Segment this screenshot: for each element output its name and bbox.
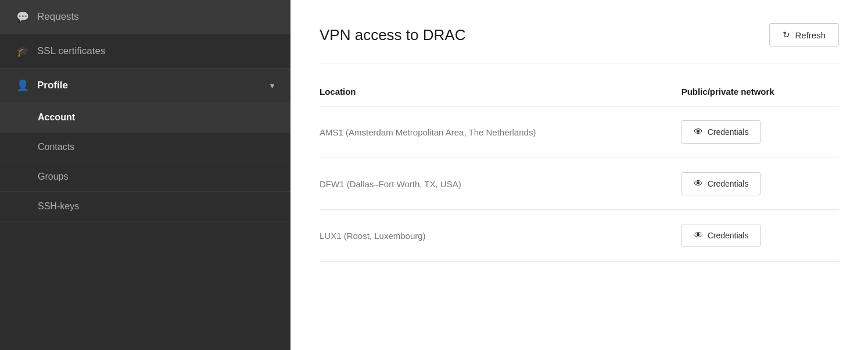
location-cell: DFW1 (Dallas–Fort Worth, TX, USA) xyxy=(320,158,670,210)
contacts-label: Contacts xyxy=(38,142,74,152)
groups-label: Groups xyxy=(38,172,68,181)
network-cell: 👁Credentials xyxy=(670,106,839,158)
sidebar-item-requests[interactable]: 💬 Requests xyxy=(0,0,290,34)
eye-icon: 👁 xyxy=(694,178,703,189)
chevron-down-icon: ▾ xyxy=(270,81,274,90)
refresh-icon: ↻ xyxy=(783,30,790,40)
sidebar-item-requests-label: Requests xyxy=(37,11,79,23)
sidebar-item-profile-label: Profile xyxy=(37,80,68,91)
page-title: VPN access to DRAC xyxy=(320,26,465,44)
account-label: Account xyxy=(38,112,75,122)
credentials-label: Credentials xyxy=(708,231,749,240)
ssh-keys-label: SSH-keys xyxy=(38,201,79,211)
credentials-label: Credentials xyxy=(708,127,749,137)
page-header: VPN access to DRAC ↻ Refresh xyxy=(320,23,839,47)
refresh-label: Refresh xyxy=(795,30,826,40)
table-row: LUX1 (Roost, Luxembourg)👁Credentials xyxy=(320,210,839,262)
profile-icon: 👤 xyxy=(16,79,29,92)
header-divider xyxy=(320,63,839,63)
sidebar-subitem-groups[interactable]: Groups xyxy=(0,162,290,192)
requests-icon: 💬 xyxy=(16,10,29,23)
network-cell: 👁Credentials xyxy=(670,158,839,210)
sidebar-subitem-account[interactable]: Account xyxy=(0,103,290,133)
sidebar: 💬 Requests 🎓 SSL certificates 👤 Profile … xyxy=(0,0,290,350)
location-cell: LUX1 (Roost, Luxembourg) xyxy=(320,210,670,262)
vpn-table: Location Public/private network AMS1 (Am… xyxy=(320,81,839,262)
eye-icon: 👁 xyxy=(694,127,703,137)
location-cell: AMS1 (Amsterdam Metropolitan Area, The N… xyxy=(320,106,670,158)
sidebar-subitem-ssh-keys[interactable]: SSH-keys xyxy=(0,192,290,222)
sidebar-item-profile[interactable]: 👤 Profile ▾ xyxy=(0,69,290,103)
sidebar-item-ssl-certificates[interactable]: 🎓 SSL certificates xyxy=(0,34,290,69)
refresh-button[interactable]: ↻ Refresh xyxy=(769,23,839,47)
table-row: AMS1 (Amsterdam Metropolitan Area, The N… xyxy=(320,106,839,158)
eye-icon: 👁 xyxy=(694,230,703,241)
credentials-button[interactable]: 👁Credentials xyxy=(682,224,761,247)
credentials-button[interactable]: 👁Credentials xyxy=(682,172,761,195)
network-cell: 👁Credentials xyxy=(670,210,839,262)
sidebar-subitem-contacts[interactable]: Contacts xyxy=(0,133,290,162)
table-row: DFW1 (Dallas–Fort Worth, TX, USA)👁Creden… xyxy=(320,158,839,210)
col-location-header: Location xyxy=(320,81,670,106)
sidebar-item-ssl-label: SSL certificates xyxy=(37,45,105,57)
col-network-header: Public/private network xyxy=(670,81,839,106)
credentials-button[interactable]: 👁Credentials xyxy=(682,120,761,144)
credentials-label: Credentials xyxy=(708,179,749,188)
ssl-icon: 🎓 xyxy=(16,45,29,58)
main-content: VPN access to DRAC ↻ Refresh Location Pu… xyxy=(290,0,868,350)
